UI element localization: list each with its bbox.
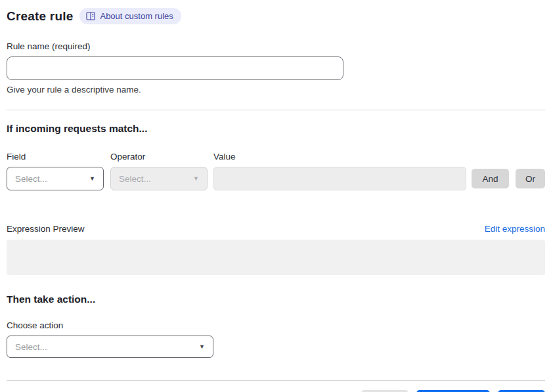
value-column: Value [213,152,466,190]
page-title: Create rule [7,9,73,24]
operator-select-value: Select... [119,174,151,184]
book-icon [86,12,95,20]
or-button[interactable]: Or [516,169,545,188]
field-label: Field [7,152,104,162]
operator-select[interactable]: Select... ▼ [110,167,208,190]
operator-column: Operator Select... ▼ [110,152,208,190]
create-rule-page: Create rule About custom rules Rule name… [0,0,551,392]
expression-header: Expression Preview Edit expression [7,224,545,234]
and-or-group: And Or [472,169,545,190]
footer-divider [7,380,545,381]
expression-preview-label: Expression Preview [7,224,85,234]
rule-name-helper: Give your rule a descriptive name. [7,85,545,95]
choose-action-value: Select... [15,342,47,352]
about-custom-rules-badge[interactable]: About custom rules [79,8,181,24]
edit-expression-link[interactable]: Edit expression [485,224,545,234]
chevron-down-icon: ▼ [89,176,95,182]
rule-name-input[interactable] [7,56,343,80]
page-header: Create rule About custom rules [7,8,545,24]
badge-label: About custom rules [100,12,173,20]
field-select-value: Select... [15,174,47,184]
value-input[interactable] [213,167,466,190]
chevron-down-icon: ▼ [193,176,199,182]
and-button[interactable]: And [472,169,509,188]
rule-name-group: Rule name (required) Give your rule a de… [7,41,545,95]
field-column: Field Select... ▼ [7,152,104,190]
value-label: Value [213,152,466,162]
chevron-down-icon: ▼ [199,344,205,350]
choose-action-select[interactable]: Select... ▼ [7,336,213,358]
rule-name-label: Rule name (required) [7,41,545,51]
action-section-heading: Then take action... [7,294,545,305]
match-section-heading: If incoming requests match... [7,123,545,135]
section-divider [7,110,545,110]
operator-label: Operator [110,152,208,162]
expression-preview-box [7,240,545,275]
field-select[interactable]: Select... ▼ [7,167,104,190]
match-condition-row: Field Select... ▼ Operator Select... ▼ V… [7,152,545,190]
choose-action-label: Choose action [7,320,545,330]
